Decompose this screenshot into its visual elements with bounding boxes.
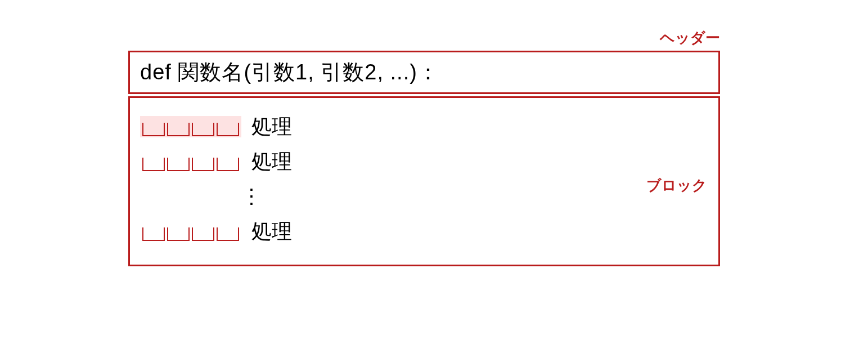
indent-spaces xyxy=(140,221,241,242)
space-mark-icon xyxy=(217,123,239,136)
indent-spaces xyxy=(140,151,241,172)
space-mark-icon xyxy=(142,123,165,136)
block-box: ブロック 処理処理⋮処理 xyxy=(128,96,720,266)
code-line: 処理 xyxy=(140,214,708,249)
header-label: ヘッダー xyxy=(660,28,720,48)
code-line: 処理 xyxy=(140,144,708,179)
vdots-line: ⋮ xyxy=(140,179,708,214)
space-mark-icon xyxy=(192,123,214,136)
code-line: 処理 xyxy=(140,109,708,144)
line-text: 処理 xyxy=(251,113,292,141)
line-text: 処理 xyxy=(251,148,292,176)
header-code-text: def 関数名(引数1, 引数2, ...)： xyxy=(140,58,708,87)
indent-spaces xyxy=(140,116,241,137)
diagram-container: ヘッダー def 関数名(引数1, 引数2, ...)： ブロック 処理処理⋮処… xyxy=(128,51,720,266)
space-mark-icon xyxy=(192,158,214,171)
line-text: 処理 xyxy=(251,218,292,245)
vertical-dots-icon: ⋮ xyxy=(241,185,262,208)
block-label: ブロック xyxy=(646,176,707,195)
space-mark-icon xyxy=(192,227,214,241)
block-lines-container: 処理処理⋮処理 xyxy=(140,109,708,249)
space-mark-icon xyxy=(142,227,165,241)
space-mark-icon xyxy=(167,123,190,136)
space-mark-icon xyxy=(217,158,239,171)
space-mark-icon xyxy=(167,227,190,241)
space-mark-icon xyxy=(217,227,239,241)
space-mark-icon xyxy=(142,158,165,171)
space-mark-icon xyxy=(167,158,190,171)
header-box: def 関数名(引数1, 引数2, ...)： xyxy=(128,51,720,94)
